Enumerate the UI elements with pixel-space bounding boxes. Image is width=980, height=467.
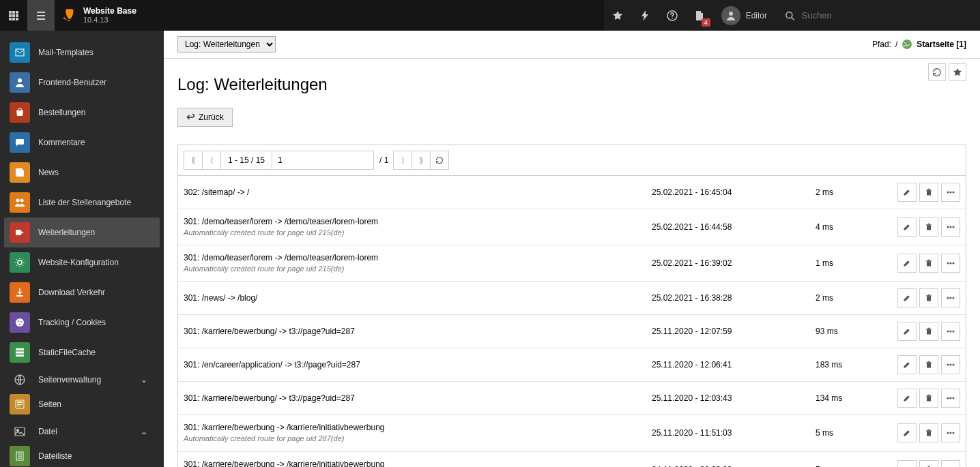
edit-button[interactable] <box>897 460 917 467</box>
sidebar-item-tracking-cookies[interactable]: Tracking / Cookies <box>4 307 160 337</box>
svg-rect-70 <box>927 330 931 335</box>
row-title: 301: /karriere/bewerbung/ -> t3://page?u… <box>184 393 652 404</box>
apps-icon <box>8 10 19 21</box>
page-input[interactable] <box>272 151 374 170</box>
delete-button[interactable] <box>919 217 938 237</box>
search-input[interactable] <box>802 10 970 20</box>
more-button[interactable] <box>941 254 960 273</box>
delete-button[interactable] <box>919 288 938 307</box>
sidebar-item-website-konfiguration[interactable]: Website-Konfiguration <box>4 247 160 277</box>
page-total: / 1 <box>379 155 388 165</box>
search-block[interactable] <box>775 0 980 31</box>
bookmark-page-button[interactable] <box>949 63 966 81</box>
user-menu[interactable]: Editor <box>713 0 775 31</box>
apps-button[interactable] <box>0 0 27 31</box>
edit-button[interactable] <box>897 389 917 408</box>
group-seitenverwaltung[interactable]: Seitenverwaltung ⌄ <box>4 367 160 389</box>
more-button[interactable] <box>941 355 960 374</box>
edit-button[interactable] <box>897 423 917 442</box>
more-button[interactable] <box>941 322 960 341</box>
delete-button[interactable] <box>919 254 938 273</box>
svg-rect-65 <box>926 296 932 297</box>
row-title: 301: /en/career/application/ -> t3://pag… <box>184 359 652 371</box>
root-page-link[interactable]: Startseite [1] <box>917 40 966 49</box>
ellipsis-icon <box>947 330 955 333</box>
page-next-button[interactable]: ⟩ <box>393 151 412 170</box>
sidebar-item-stellenangebote[interactable]: Liste der Stellenangebote <box>4 187 160 217</box>
delete-button[interactable] <box>919 355 938 374</box>
sidebar-item-frontend-benutzer[interactable]: Frontend-Benutzer <box>4 67 160 97</box>
delete-button[interactable] <box>919 423 938 442</box>
svg-rect-38 <box>17 406 20 406</box>
sidebar-item-weiterleitungen[interactable]: Weiterleitungen <box>4 217 160 247</box>
back-button[interactable]: Zurück <box>177 108 233 127</box>
edit-button[interactable] <box>897 355 917 374</box>
refresh-icon <box>435 156 444 164</box>
sidebar-item-seiten[interactable]: Seiten <box>4 389 160 419</box>
weiterleitungen-icon <box>10 222 30 243</box>
modules-button[interactable] <box>27 0 55 31</box>
refresh-button[interactable] <box>928 63 946 81</box>
row-duration: 5 ms <box>816 428 891 438</box>
more-button[interactable] <box>941 183 960 202</box>
svg-rect-8 <box>16 18 18 20</box>
logo-block[interactable]: Website Base 10.4.13 <box>55 0 146 31</box>
sidebar-item-kommentare[interactable]: Kommentare <box>4 127 160 157</box>
row-duration: 2 ms <box>816 187 891 197</box>
more-button[interactable] <box>941 217 960 237</box>
sidebar-item-label: Weiterleitungen <box>38 228 95 237</box>
more-button[interactable] <box>941 288 960 307</box>
svg-rect-77 <box>926 363 932 364</box>
row-date: 25.02.2021 - 16:44:58 <box>652 222 816 232</box>
page-first-button[interactable]: ⟪ <box>184 151 203 170</box>
page-prev-button[interactable]: ⟨ <box>202 151 221 170</box>
trash-icon <box>925 188 933 196</box>
more-button[interactable] <box>941 389 960 408</box>
edit-button[interactable] <box>897 254 917 273</box>
staticfilecache-icon <box>10 342 30 363</box>
kommentare-icon <box>10 132 30 153</box>
delete-button[interactable] <box>919 183 938 202</box>
star-icon <box>953 67 962 77</box>
page-last-button[interactable]: ⟫ <box>412 151 431 170</box>
svg-point-73 <box>947 331 949 333</box>
edit-button[interactable] <box>897 217 917 237</box>
sidebar-item-news[interactable]: News <box>4 157 160 187</box>
row-date: 25.11.2020 - 12:06:41 <box>652 360 816 370</box>
module-select[interactable]: Log: Weiterleitungen <box>177 36 276 52</box>
more-button[interactable] <box>941 423 960 442</box>
svg-rect-0 <box>9 11 12 14</box>
sidebar-item-dateiliste[interactable]: Dateiliste <box>4 441 160 467</box>
svg-rect-36 <box>17 402 23 403</box>
more-button[interactable] <box>941 460 960 467</box>
pencil-icon <box>903 259 911 267</box>
edit-button[interactable] <box>897 288 917 307</box>
row-date: 25.11.2020 - 12:07:59 <box>652 327 816 336</box>
delete-button[interactable] <box>919 389 938 408</box>
svg-rect-1 <box>12 11 15 14</box>
svg-point-55 <box>947 226 949 228</box>
edit-button[interactable] <box>897 322 917 341</box>
sidebar-item-staticfilecache[interactable]: StaticFileCache <box>4 337 160 367</box>
svg-point-13 <box>672 18 673 19</box>
help-icon <box>667 10 678 21</box>
log-row: 301: /karriere/bewerbung/ -> t3://page?u… <box>178 382 966 415</box>
clear-cache-button[interactable] <box>631 0 659 31</box>
sidebar-item-bestellungen[interactable]: Bestellungen <box>4 97 160 127</box>
group-datei[interactable]: Datei ⌄ <box>4 419 160 441</box>
delete-button[interactable] <box>919 322 938 341</box>
user-icon <box>725 10 736 21</box>
sidebar-item-download-verkehr[interactable]: Download Verkehr <box>4 277 160 307</box>
help-button[interactable] <box>659 0 686 31</box>
log-row: 301: /demo/teaser/lorem -> /demo/teaser/… <box>178 209 966 245</box>
delete-button[interactable] <box>919 460 938 467</box>
bookmark-button[interactable] <box>604 0 631 31</box>
edit-button[interactable] <box>897 183 917 202</box>
page-reload-button[interactable] <box>430 151 449 170</box>
sidebar-item-mail-templates[interactable]: Mail-Templates <box>4 37 160 67</box>
svg-point-56 <box>950 226 952 228</box>
bolt-icon <box>640 10 650 21</box>
breadcrumb: Pfad: / Startseite [1] <box>872 39 966 50</box>
svg-rect-31 <box>16 348 24 350</box>
notifications-button[interactable]: 4 <box>686 0 713 31</box>
